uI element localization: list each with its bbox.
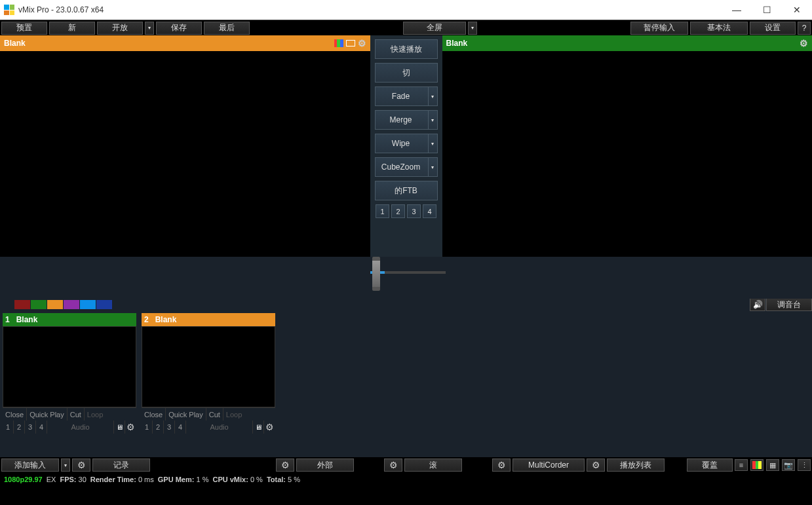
color-swatch-purple[interactable] [64,300,79,309]
input-2-ov4[interactable]: 4 [175,421,186,434]
input-1-body[interactable] [3,326,136,407]
tbar-track[interactable] [370,271,446,274]
pause-inputs-button[interactable]: 暂停输入 [630,22,688,35]
overlay-3-button[interactable]: 3 [407,204,421,218]
mixer-button[interactable]: 调音台 [766,298,812,311]
basic-button[interactable]: 基本法 [690,22,748,35]
record-button[interactable]: 记录 [92,458,150,472]
overlay-4-button[interactable]: 4 [423,204,436,218]
bottom-bar: 添加输入 ▾ 记录 外部 滚 MultiCorder 播放列表 覆盖 ≡ ▦ 📷… [0,457,812,473]
quickplay-button[interactable]: 快速播放 [375,39,438,59]
color-swatch-green[interactable] [31,300,47,309]
overlay-1-button[interactable]: 1 [376,204,389,218]
playlist-button[interactable]: 播放列表 [607,458,665,472]
chevron-down-icon[interactable]: ▾ [428,111,437,129]
color-swatch-blue[interactable] [96,300,112,309]
playlist-gear-icon[interactable] [587,458,605,472]
preview-body[interactable] [0,51,370,257]
close-button[interactable]: ✕ [782,0,812,20]
input-2-body[interactable] [142,326,275,407]
last-button[interactable]: 最后 [204,22,250,35]
input-2-gear-icon[interactable] [264,421,275,434]
input-1-ov2[interactable]: 2 [14,421,25,434]
input-2-ov2[interactable]: 2 [153,421,164,434]
output-settings-icon[interactable] [800,38,808,48]
input-2-preview-icon[interactable] [253,421,264,434]
top-toolbar: 预置 新 开放 ▾ 保存 最后 全屏 ▾ 暂停输入 基本法 设置 ? [0,20,812,35]
rgb-icon[interactable] [334,39,343,47]
input-2-header[interactable]: 2Blank [142,313,275,326]
external-button[interactable]: 外部 [296,458,354,472]
stream-button[interactable]: 滚 [404,458,462,472]
input-2-loop[interactable]: Loop [223,408,244,421]
multicorder-gear-icon[interactable] [492,458,511,472]
external-gear-icon[interactable] [276,458,294,472]
preview-header: Blank [0,35,370,51]
fullscreen-dropdown[interactable]: ▾ [468,22,477,35]
minimize-button[interactable]: — [722,0,752,20]
ftb-button[interactable]: 的FTB [375,181,438,200]
list-icon[interactable]: ≡ [735,459,748,471]
main-area: Blank 快速播放 切 Fade▾ Merge▾ Wipe▾ CubeZoom… [0,35,812,257]
more-icon[interactable]: ⋮ [798,459,811,471]
window-titlebar: vMix Pro - 23.0.0.67 x64 — ☐ ✕ [0,0,812,20]
input-1-ov3[interactable]: 3 [25,421,36,434]
input-2-ov3[interactable]: 3 [164,421,175,434]
cubezoom-button[interactable]: CubeZoom▾ [375,157,438,177]
input-tile-1: 1Blank Close Quick Play Cut Loop 1 2 3 4… [3,313,136,434]
color-swatch-cyan[interactable] [80,300,96,309]
input-2-quickplay[interactable]: Quick Play [166,408,206,421]
cut-button[interactable]: 切 [375,63,438,83]
input-1-cut[interactable]: Cut [68,408,85,421]
input-2-audio[interactable]: Audio [186,421,253,434]
color-swatch-orange[interactable] [47,300,63,309]
chevron-down-icon[interactable]: ▾ [428,134,437,153]
record-gear-icon[interactable] [72,458,90,472]
preview-settings-icon[interactable] [358,38,366,48]
input-1-close[interactable]: Close [3,408,27,421]
open-dropdown[interactable]: ▾ [145,22,154,35]
multicorder-button[interactable]: MultiCorder [512,458,585,472]
input-1-ov1[interactable]: 1 [3,421,14,434]
input-2-cut[interactable]: Cut [206,408,223,421]
tbar-handle[interactable] [372,257,380,291]
input-1-gear-icon[interactable] [125,421,136,434]
input-1-quickplay[interactable]: Quick Play [27,408,68,421]
output-label: Blank [446,39,468,48]
stream-gear-icon[interactable] [384,458,402,472]
category-color-row: 调音台 [0,299,812,310]
output-pane: Blank [442,35,813,257]
settings-button[interactable]: 设置 [750,22,796,35]
merge-button[interactable]: Merge▾ [375,110,438,130]
fade-button[interactable]: Fade▾ [375,86,438,106]
camera-icon[interactable]: 📷 [782,459,795,471]
new-button[interactable]: 新 [49,22,95,35]
maximize-button[interactable]: ☐ [752,0,782,20]
input-1-header[interactable]: 1Blank [3,313,136,326]
chevron-down-icon[interactable]: ▾ [428,158,437,176]
input-1-preview-icon[interactable] [114,421,125,434]
open-button[interactable]: 开放 [97,22,143,35]
wipe-button[interactable]: Wipe▾ [375,134,438,153]
add-input-dropdown[interactable]: ▾ [61,458,70,472]
preset-button[interactable]: 预置 [1,22,47,35]
add-input-button[interactable]: 添加输入 [1,458,59,472]
input-2-ov1[interactable]: 1 [142,421,153,434]
grid-icon[interactable]: ▦ [766,459,779,471]
help-button[interactable]: ? [798,22,811,35]
input-tile-2: 2Blank Close Quick Play Cut Loop 1 2 3 4… [142,313,275,434]
audio-icon[interactable] [750,298,765,311]
input-1-loop[interactable]: Loop [85,408,106,421]
save-button[interactable]: 保存 [156,22,202,35]
overlay-button[interactable]: 覆盖 [687,458,733,472]
layout-icon[interactable] [346,40,355,47]
output-body[interactable] [442,51,813,257]
input-2-close[interactable]: Close [142,408,166,421]
input-1-ov4[interactable]: 4 [36,421,47,434]
input-1-audio[interactable]: Audio [47,421,114,434]
fullscreen-button[interactable]: 全屏 [403,22,466,35]
chevron-down-icon[interactable]: ▾ [428,87,437,105]
color-swatch-red[interactable] [14,300,30,309]
overlay-2-button[interactable]: 2 [391,204,405,218]
levels-icon[interactable] [750,459,764,471]
